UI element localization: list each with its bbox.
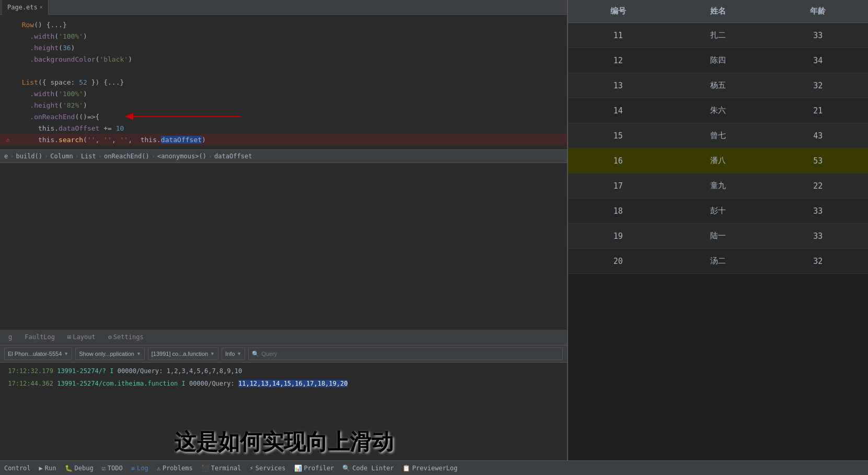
breadcrumb-list[interactable]: List [81,153,96,160]
table-cell-age: 21 [768,98,868,123]
filter-dropdown[interactable]: Show only...pplication ▼ [75,347,145,360]
table-cell-id: 19 [568,224,668,249]
debug-icon: 🐛 [65,465,73,472]
col-age-header: 年龄 [768,0,868,23]
table-cell-id: 17 [568,173,668,199]
table-row: 14朱六21 [568,98,868,123]
level-dropdown-arrow: ▼ [237,351,241,356]
code-line-7: .width('100%') [0,88,567,99]
table-cell-id: 14 [568,98,668,123]
function-dropdown[interactable]: [13991] co...a.function ▼ [148,347,218,360]
table-row: 13杨五32 [568,73,868,98]
status-tab-problems[interactable]: ⚠ Problems [157,465,193,472]
table-cell-id: 15 [568,123,668,148]
tab-filename: Page.ets [7,4,38,11]
status-tab-previewerlog[interactable]: 📋 PreviewerLog [402,465,458,472]
device-dropdown[interactable]: El Phon...ulator-5554 ▼ [4,347,72,360]
status-tab-run[interactable]: ▶ Run [39,465,56,472]
code-line-10: this.dataOffset += 10 [0,122,567,134]
terminal-icon: ⬛ [201,465,209,472]
table-cell-name: 彭十 [668,199,768,224]
code-line-9: .onReachEnd(()=>{ [0,111,567,122]
breadcrumb-column[interactable]: Column [50,153,73,160]
level-label: Info [225,351,235,357]
table-cell-name: 曾七 [668,123,768,148]
status-tab-run-label: Run [45,465,56,472]
tab-faultlog[interactable]: FaultLog [18,330,61,345]
tab-close-icon[interactable]: × [40,4,43,10]
table-row: 11扎二33 [568,23,868,48]
table-cell-name: 汤二 [668,249,768,274]
table-cell-name: 朱六 [668,98,768,123]
status-tab-control[interactable]: Control [4,465,31,472]
status-tab-profiler[interactable]: 📊 Profiler [294,465,334,472]
tab-settings[interactable]: ⚙ Settings [102,330,150,345]
status-tab-profiler-label: Profiler [304,465,334,472]
subtitle-text: 这是如何实现向上滑动 [174,427,394,457]
status-tab-problems-label: Problems [163,465,193,472]
table-cell-id: 18 [568,199,668,224]
table-cell-id: 12 [568,48,668,73]
services-icon: ⚡ [250,465,253,472]
table-row: 19陆一33 [568,224,868,249]
table-cell-name: 陈四 [668,48,768,73]
code-line-11: ⚠ this.search('', '', '', this.dataOffse… [0,134,567,145]
problems-icon: ⚠ [157,465,160,472]
status-tab-debug[interactable]: 🐛 Debug [65,465,94,472]
code-editor[interactable]: Row() {...} .width('100%') .height(36) .… [0,15,567,149]
file-tab[interactable]: Page.ets × [2,0,49,15]
log-line-1: 17:12:32.179 13991-25274/? I 00000/Query… [4,365,563,377]
status-tab-previewerlog-label: PreviewerLog [412,465,458,472]
status-tab-services[interactable]: ⚡ Services [250,465,286,472]
table-cell-age: 33 [768,224,868,249]
tab-layout[interactable]: ⊞ Layout [61,330,102,345]
breadcrumb-dataoffset[interactable]: dataOffset [214,153,252,160]
table-cell-age: 32 [768,73,868,98]
layout-icon: ⊞ [67,333,71,341]
status-tab-todo-label: TODO [108,465,123,472]
table-cell-id: 11 [568,23,668,48]
table-panel: 编号 姓名 年龄 11扎二3312陈四3413杨五3214朱六2115曾七431… [567,0,868,460]
tab-faultlog-label: FaultLog [25,333,55,341]
filter-label: Show only...pplication [79,351,134,357]
profiler-icon: 📊 [294,465,302,472]
code-line-1: Row() {...} [0,19,567,30]
code-line-3: .height(36) [0,42,567,53]
data-table: 编号 姓名 年龄 11扎二3312陈四3413杨五3214朱六2115曾七431… [568,0,868,274]
table-cell-age: 22 [768,173,868,199]
search-input[interactable] [261,351,559,357]
tab-layout-label: Layout [73,333,95,341]
tab-settings-label: Settings [113,333,144,341]
previewerlog-icon: 📋 [402,465,410,472]
status-tab-log[interactable]: ≡ Log [131,465,148,472]
log-controls: El Phon...ulator-5554 ▼ Show only...ppli… [0,345,567,363]
status-tab-terminal[interactable]: ⬛ Terminal [201,465,241,472]
status-tab-services-label: Services [256,465,286,472]
breadcrumb-onreachend[interactable]: onReachEnd() [104,153,149,160]
table-cell-name: 杨五 [668,73,768,98]
function-label: [13991] co...a.function [152,351,208,357]
table-cell-id: 16 [568,148,668,173]
table-cell-age: 43 [768,123,868,148]
table-cell-age: 53 [768,148,868,173]
status-tab-codelinter[interactable]: 🔍 Code Linter [342,465,394,472]
bottom-tabs: g FaultLog ⊞ Layout ⚙ Settings [0,330,567,345]
status-tab-terminal-label: Terminal [211,465,241,472]
table-row: 20汤二32 [568,249,868,274]
code-line-6: List({ space: 52 }) {...} [0,76,567,88]
table-row: 18彭十33 [568,199,868,224]
tab-bar: Page.ets × [0,0,567,15]
code-line-5 [0,65,567,76]
breadcrumb-e[interactable]: e [4,153,8,160]
tab-g[interactable]: g [2,330,18,345]
breadcrumb-build[interactable]: build() [16,153,42,160]
level-dropdown[interactable]: Info ▼ [222,347,245,360]
code-editor-region: Row() {...} .width('100%') .height(36) .… [0,15,567,330]
search-box[interactable]: 🔍 [248,347,563,360]
function-dropdown-arrow: ▼ [210,351,215,356]
status-tab-todo[interactable]: ☑ TODO [102,465,123,472]
table-cell-age: 33 [768,199,868,224]
breadcrumb-anonymous[interactable]: <anonymous>() [157,153,206,160]
status-tab-debug-label: Debug [75,465,94,472]
table-cell-name: 陆一 [668,224,768,249]
